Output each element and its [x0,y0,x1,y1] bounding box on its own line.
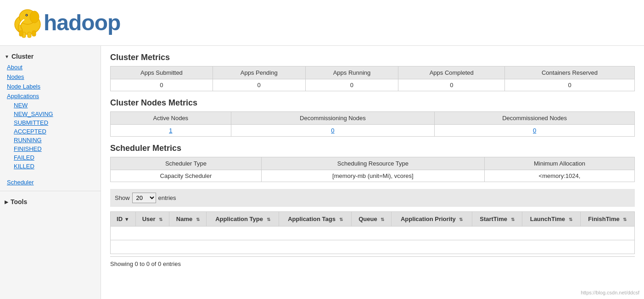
cluster-section: ▼ Cluster About Nodes Node Labels Applic… [0,50,101,187]
val-active-nodes: 1 [111,125,231,137]
val-apps-submitted: 0 [111,79,213,91]
sort-arrows-icon: ⇅ [159,217,162,222]
val-apps-running: 0 [305,79,398,91]
main-layout: ▼ Cluster About Nodes Node Labels Applic… [0,46,644,299]
col-id-label: ID [117,216,123,222]
sort-arrows-icon-5: ⇅ [381,217,384,222]
col-user-label: User [142,216,156,222]
col-apps-submitted: Apps Submitted [111,66,213,79]
col-finish-time-label: FinishTime [588,216,619,222]
hadoop-logo: hadoop [9,7,120,39]
col-scheduler-type: Scheduler Type [111,157,262,170]
col-queue-label: Queue [358,216,377,222]
col-launch-time[interactable]: LaunchTime ⇅ [522,212,580,227]
sidebar: ▼ Cluster About Nodes Node Labels Applic… [0,46,101,299]
cluster-nodes-row: 1 0 0 [111,125,635,137]
col-id[interactable]: ID ▼ [111,212,136,227]
cluster-metrics-row: 0 0 0 0 0 [111,79,635,91]
sidebar-item-finished[interactable]: FINISHED [0,144,101,153]
col-queue[interactable]: Queue ⇅ [352,212,392,227]
sidebar-item-running[interactable]: RUNNING [0,136,101,144]
sidebar-item-new-saving[interactable]: NEW_SAVING [0,110,101,118]
val-minimum-allocation: <memory:1024, [484,170,634,182]
elephant-icon [9,7,46,39]
svg-rect-6 [28,32,31,38]
cluster-arrow-icon: ▼ [5,54,9,59]
sidebar-item-accepted[interactable]: ACCEPTED [0,127,101,136]
col-start-time[interactable]: StartTime ⇅ [472,212,522,227]
sidebar-divider [0,191,101,191]
sort-arrows-icon-6: ⇅ [459,217,463,222]
sort-down-icon: ▼ [124,216,129,222]
tools-header[interactable]: ▶ Tools [0,196,101,208]
scheduler-metrics-row: Capacity Scheduler [memory-mb (unit=Mi),… [111,170,635,182]
show-entries-bar: Show 10 20 50 100 entries [110,189,635,207]
col-app-tags-label: Application Tags [288,216,336,222]
applications-table: ID ▼ User ⇅ Name ⇅ Application Type ⇅ [110,211,635,254]
col-minimum-allocation: Minimum Allocation [484,157,634,170]
cluster-metrics-title: Cluster Metrics [110,53,635,62]
col-application-priority[interactable]: Application Priority ⇅ [392,212,472,227]
watermark: https://blog.csdn.net/ddcsf [581,290,639,295]
val-scheduler-type: Capacity Scheduler [111,170,262,182]
sidebar-item-killed[interactable]: KILLED [0,162,101,171]
val-scheduling-resource-type: [memory-mb (unit=Mi), vcores] [261,170,484,182]
col-app-priority-label: Application Priority [401,216,456,222]
col-launch-time-label: LaunchTime [530,216,565,222]
col-apps-completed: Apps Completed [398,66,505,79]
sort-arrows-icon-8: ⇅ [569,217,572,222]
sort-arrows-icon-3: ⇅ [267,217,270,222]
col-active-nodes: Active Nodes [111,112,231,125]
hadoop-title: hadoop [44,10,120,35]
col-name-label: Name [176,216,192,222]
col-decommissioning-nodes: Decommissioning Nodes [231,112,435,125]
sidebar-item-applications[interactable]: Applications [0,91,101,101]
val-containers-reserved: 0 [505,79,635,91]
col-start-time-label: StartTime [480,216,507,222]
active-nodes-link[interactable]: 1 [169,127,172,134]
col-application-type[interactable]: Application Type ⇅ [207,212,279,227]
sort-arrows-icon-2: ⇅ [196,217,200,222]
cluster-metrics-table: Apps Submitted Apps Pending Apps Running… [110,66,635,91]
svg-point-2 [30,11,39,23]
app-table-header-row: ID ▼ User ⇅ Name ⇅ Application Type ⇅ [111,212,635,227]
col-finish-time[interactable]: FinishTime ⇅ [580,212,634,227]
sort-arrows-icon-9: ⇅ [623,217,627,222]
entries-select[interactable]: 10 20 50 100 [132,193,156,203]
svg-rect-7 [19,31,23,36]
sidebar-item-failed[interactable]: FAILED [0,153,101,162]
sidebar-item-scheduler[interactable]: Scheduler [0,177,101,187]
showing-entries-text: Showing 0 to 0 of 0 entries [110,256,635,271]
scheduler-metrics-title: Scheduler Metrics [110,144,635,153]
val-apps-pending: 0 [213,79,305,91]
sidebar-item-new[interactable]: NEW [0,101,101,110]
sidebar-item-about[interactable]: About [0,62,101,72]
cluster-header[interactable]: ▼ Cluster [0,50,101,62]
sidebar-item-submitted[interactable]: SUBMITTED [0,118,101,127]
cluster-nodes-title: Cluster Nodes Metrics [110,98,635,108]
sidebar-item-node-labels[interactable]: Node Labels [0,82,101,91]
scheduler-metrics-table: Scheduler Type Scheduling Resource Type … [110,157,635,182]
app-table-body [111,227,635,254]
col-user[interactable]: User ⇅ [135,212,169,227]
tools-arrow-icon: ▶ [5,199,8,205]
sort-arrows-icon-7: ⇅ [511,217,515,222]
col-containers-reserved: Containers Reserved [505,66,635,79]
sidebar-item-nodes[interactable]: Nodes [0,72,101,82]
tools-label: Tools [11,198,27,205]
val-decommissioning-nodes: 0 [231,125,435,137]
val-apps-completed: 0 [398,79,505,91]
cluster-nodes-table: Active Nodes Decommissioning Nodes Decom… [110,111,635,137]
col-application-tags[interactable]: Application Tags ⇅ [279,212,352,227]
svg-rect-8 [32,31,36,36]
svg-point-4 [26,15,27,16]
content-area: Cluster Metrics Apps Submitted Apps Pend… [101,46,644,299]
col-app-type-label: Application Type [215,216,263,222]
header: hadoop [0,0,644,46]
decommissioning-nodes-link[interactable]: 0 [331,127,334,134]
empty-row-1 [111,227,635,240]
tools-section: ▶ Tools [0,196,101,208]
entries-suffix: entries [158,194,176,201]
decommissioned-nodes-link[interactable]: 0 [533,127,536,134]
col-name[interactable]: Name ⇅ [169,212,207,227]
